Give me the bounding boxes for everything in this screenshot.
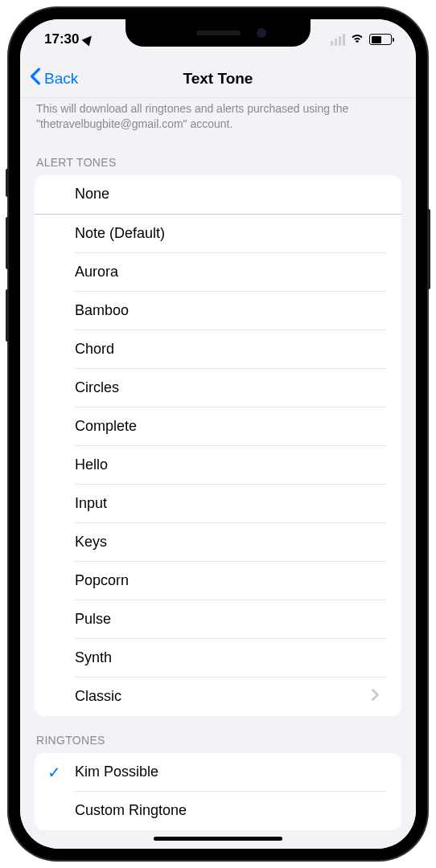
- ringtones-header: RINGTONES: [20, 716, 416, 753]
- tone-item-classic[interactable]: Classic: [35, 678, 401, 716]
- tone-item[interactable]: Synth: [35, 639, 401, 678]
- alert-tones-list: None Note (Default) Aurora Bamboo: [35, 175, 401, 716]
- location-icon: [82, 33, 96, 47]
- tone-item[interactable]: Hello: [35, 446, 401, 485]
- tone-label: Popcorn: [75, 572, 379, 589]
- download-description: This will download all ringtones and ale…: [20, 98, 416, 138]
- tone-label: None: [75, 186, 379, 203]
- tone-label: Complete: [75, 418, 379, 435]
- tone-item[interactable]: Note (Default): [35, 215, 401, 253]
- tone-label: Input: [75, 495, 379, 512]
- tone-item[interactable]: Pulse: [35, 600, 401, 639]
- back-button[interactable]: Back: [30, 68, 78, 89]
- notch: [125, 19, 311, 47]
- tone-label: Hello: [75, 457, 379, 473]
- phone-side-buttons-left: [6, 169, 9, 362]
- tone-label: Note (Default): [75, 225, 379, 242]
- screen: 17:30: [20, 19, 416, 849]
- tone-item[interactable]: Input: [35, 485, 401, 523]
- alert-tones-header: ALERT TONES: [20, 138, 416, 175]
- tone-label: Chord: [75, 341, 379, 358]
- tone-item[interactable]: Chord: [35, 330, 401, 369]
- battery-icon: [369, 34, 392, 45]
- tone-item[interactable]: Keys: [35, 523, 401, 562]
- chevron-left-icon: [30, 68, 41, 89]
- tone-item[interactable]: Circles: [35, 369, 401, 407]
- ringtone-item[interactable]: Custom Ringtone: [35, 792, 401, 830]
- phone-frame: 17:30: [9, 8, 427, 860]
- tone-label: Aurora: [75, 264, 379, 280]
- tone-item[interactable]: Aurora: [35, 253, 401, 292]
- signal-icon: [331, 34, 345, 46]
- tone-label: Synth: [75, 649, 379, 666]
- checkmark-icon: ✓: [47, 763, 61, 782]
- home-indicator[interactable]: [154, 837, 282, 841]
- status-left: 17:30: [44, 31, 93, 47]
- phone-side-buttons-right: [427, 209, 430, 289]
- page-title: Text Tone: [183, 70, 253, 88]
- status-right: [331, 32, 392, 47]
- chevron-right-icon: [372, 689, 379, 704]
- ringtones-list: ✓ Kim Possible Custom Ringtone: [35, 753, 401, 830]
- ringtone-label: Kim Possible: [75, 764, 379, 780]
- tone-item[interactable]: Popcorn: [35, 562, 401, 600]
- status-time: 17:30: [44, 31, 79, 47]
- tone-label: Classic: [75, 688, 372, 705]
- nav-bar: Back Text Tone: [20, 59, 416, 98]
- tone-label: Pulse: [75, 611, 379, 628]
- ringtone-label: Custom Ringtone: [75, 802, 379, 819]
- back-label: Back: [44, 70, 78, 88]
- ringtone-item[interactable]: ✓ Kim Possible: [35, 753, 401, 792]
- tone-label: Circles: [75, 379, 379, 396]
- tone-label: Bamboo: [75, 302, 379, 319]
- tone-item[interactable]: Complete: [35, 407, 401, 446]
- tone-item[interactable]: Bamboo: [35, 292, 401, 330]
- wifi-icon: [350, 32, 364, 47]
- tone-item-none[interactable]: None: [35, 175, 401, 215]
- content[interactable]: This will download all ringtones and ale…: [20, 98, 416, 849]
- tone-label: Keys: [75, 534, 379, 551]
